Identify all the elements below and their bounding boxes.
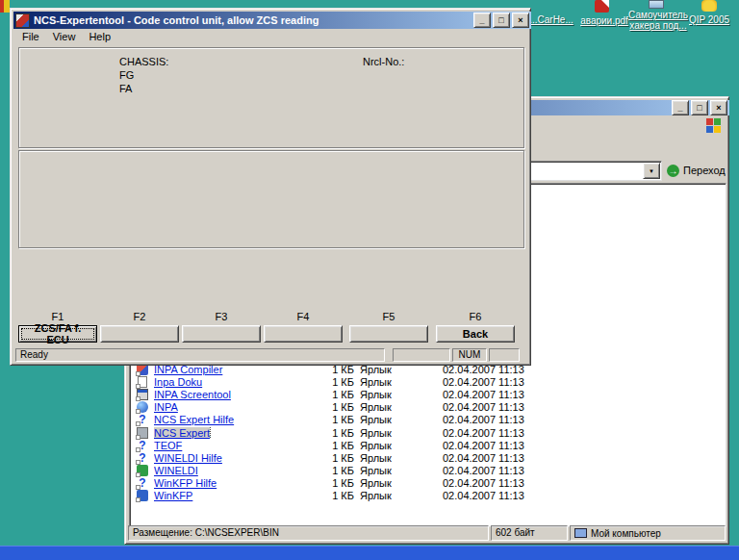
f2-button[interactable] xyxy=(100,325,179,343)
file-link[interactable]: INPA Screentool xyxy=(154,389,231,400)
file-size: 1 КБ xyxy=(321,389,360,400)
file-row: TEOF 1 КБ Ярлык 02.04.2007 11:13 xyxy=(131,439,725,451)
desktop-icon-hacker-book[interactable]: Самоучитель хакера под... xyxy=(625,10,691,31)
file-link[interactable]: INPA xyxy=(154,401,178,413)
book-icon[interactable] xyxy=(649,0,664,9)
file-date: 02.04.2007 11:13 xyxy=(443,440,725,451)
status-pane-num: NUM xyxy=(452,348,487,362)
shortcut-file-icon xyxy=(137,376,148,388)
f5-button[interactable] xyxy=(349,325,428,343)
ncs-titlebar[interactable]: NCS-Expertentool - Code control unit, al… xyxy=(13,12,531,29)
file-date: 02.04.2007 11:13 xyxy=(443,477,725,489)
f3-button[interactable] xyxy=(182,325,261,343)
go-label: Переход xyxy=(683,165,726,176)
file-link[interactable]: TEOF xyxy=(154,440,182,451)
file-size: 1 КБ xyxy=(321,490,360,501)
desktop-icon-carhe[interactable]: ...CarHe... xyxy=(523,14,579,25)
menu-help[interactable]: Help xyxy=(82,30,117,43)
fkey-label-f4: F4 xyxy=(264,311,343,322)
status-location: Размещение: C:\NCSEXPER\BIN xyxy=(128,525,489,541)
ncs-statusbar: Ready NUM xyxy=(13,346,527,362)
fkey-label-f3: F3 xyxy=(182,311,261,322)
maximize-button[interactable]: □ xyxy=(691,100,708,115)
file-size: 1 КБ xyxy=(321,477,360,489)
file-type: Ярлык xyxy=(360,414,443,425)
shortcut-file-icon xyxy=(137,465,148,476)
file-row: NCS Expert Hilfe 1 КБ Ярлык 02.04.2007 1… xyxy=(131,414,725,426)
file-type: Ярлык xyxy=(360,440,443,451)
file-list: INPA Compiler 1 КБ Ярлык 02.04.2007 11:1… xyxy=(131,363,725,502)
file-date: 02.04.2007 11:13 xyxy=(443,452,725,464)
file-date: 02.04.2007 11:13 xyxy=(443,427,725,439)
window-title: NCS-Expertentool - Code control unit, al… xyxy=(34,14,319,26)
shortcut-file-icon xyxy=(137,440,148,451)
file-size: 1 КБ xyxy=(321,440,360,451)
status-size: 602 байт xyxy=(491,525,568,541)
file-type: Ярлык xyxy=(360,401,443,413)
file-row: INPA Screentool 1 КБ Ярлык 02.04.2007 11… xyxy=(131,388,725,400)
file-size: 1 КБ xyxy=(321,414,360,425)
desktop-corner-icon[interactable] xyxy=(0,0,10,13)
file-date: 02.04.2007 11:13 xyxy=(443,389,725,400)
minimize-button[interactable]: _ xyxy=(672,100,689,115)
file-size: 1 КБ xyxy=(321,452,360,464)
file-row: WinKFP Hilfe 1 КБ Ярлык 02.04.2007 11:13 xyxy=(131,477,725,490)
file-size: 1 КБ xyxy=(321,427,360,439)
taskbar[interactable] xyxy=(0,546,739,560)
status-zone-label: Мой компьютер xyxy=(591,527,661,540)
file-link[interactable]: WinKFP Hilfe xyxy=(154,477,217,489)
menu-view[interactable]: View xyxy=(46,30,83,43)
close-button[interactable]: × xyxy=(512,13,529,28)
file-link[interactable]: WINELDI xyxy=(154,465,198,476)
file-link[interactable]: WinKFP xyxy=(154,490,192,501)
file-row: WINELDI Hilfe 1 КБ Ярлык 02.04.2007 11:1… xyxy=(131,451,725,464)
maximize-button[interactable]: □ xyxy=(493,13,510,28)
fa-label: FA xyxy=(119,83,132,94)
shortcut-file-icon xyxy=(137,401,148,413)
address-dropdown-icon[interactable] xyxy=(643,163,660,179)
minimize-button[interactable]: _ xyxy=(473,13,491,28)
file-type: Ярлык xyxy=(360,452,443,464)
file-size: 1 КБ xyxy=(321,401,360,413)
file-link[interactable]: NCS Expert xyxy=(154,427,210,439)
fkey-label-f5: F5 xyxy=(349,311,428,322)
ncs-menubar: File View Help xyxy=(13,29,529,44)
fkey-label-f6: F6 xyxy=(436,311,515,322)
file-date: 02.04.2007 11:13 xyxy=(443,465,725,476)
file-date: 02.04.2007 11:13 xyxy=(443,414,725,425)
nrcl-label: Nrcl-No.: xyxy=(363,56,404,67)
shortcut-file-icon xyxy=(137,452,148,464)
file-link[interactable]: NCS Expert Hilfe xyxy=(154,414,234,425)
go-button[interactable]: Переход xyxy=(667,162,726,179)
f4-button[interactable] xyxy=(264,325,343,343)
file-row: INPA 1 КБ Ярлык 02.04.2007 11:13 xyxy=(131,401,725,414)
my-computer-icon xyxy=(574,528,587,538)
file-date: 02.04.2007 11:13 xyxy=(443,490,725,501)
desktop: ...CarHe... аварии.pdf Самоучитель хакер… xyxy=(0,0,739,560)
file-type: Ярлык xyxy=(360,427,443,439)
file-type: Ярлык xyxy=(360,376,443,388)
fkey-label-f1: F1 xyxy=(18,311,97,322)
qip-icon[interactable] xyxy=(701,0,717,12)
ncs-app-icon xyxy=(15,13,30,28)
pdf-icon[interactable] xyxy=(595,0,609,13)
shortcut-file-icon xyxy=(137,414,148,425)
menu-file[interactable]: File xyxy=(15,30,46,43)
fg-label: FG xyxy=(119,69,134,81)
vehicle-info-panel: CHASSIS: FG FA Nrcl-No.: xyxy=(18,47,524,148)
file-link[interactable]: Inpa Doku xyxy=(154,376,202,388)
f6-back-button[interactable]: Back xyxy=(436,325,515,343)
file-link[interactable]: WINELDI Hilfe xyxy=(154,452,222,464)
fkey-label-f2: F2 xyxy=(100,311,179,322)
file-row: WinKFP 1 КБ Ярлык 02.04.2007 11:13 xyxy=(131,490,725,502)
file-row-selected: NCS Expert 1 КБ Ярлык 02.04.2007 11:13 xyxy=(131,426,725,439)
status-zone: Мой компьютер xyxy=(570,525,726,541)
file-row: WINELDI 1 КБ Ярлык 02.04.2007 11:13 xyxy=(131,465,725,477)
file-size: 1 КБ xyxy=(321,376,360,388)
shortcut-file-icon xyxy=(137,427,148,439)
desktop-icon-qip[interactable]: QIP 2005 xyxy=(684,14,734,25)
f1-zcsfa-ecu-button[interactable]: ZCS/FA f. ECU xyxy=(18,325,97,343)
shortcut-file-icon xyxy=(137,389,148,400)
close-button[interactable]: × xyxy=(710,100,727,115)
status-pane-cap xyxy=(393,348,450,362)
